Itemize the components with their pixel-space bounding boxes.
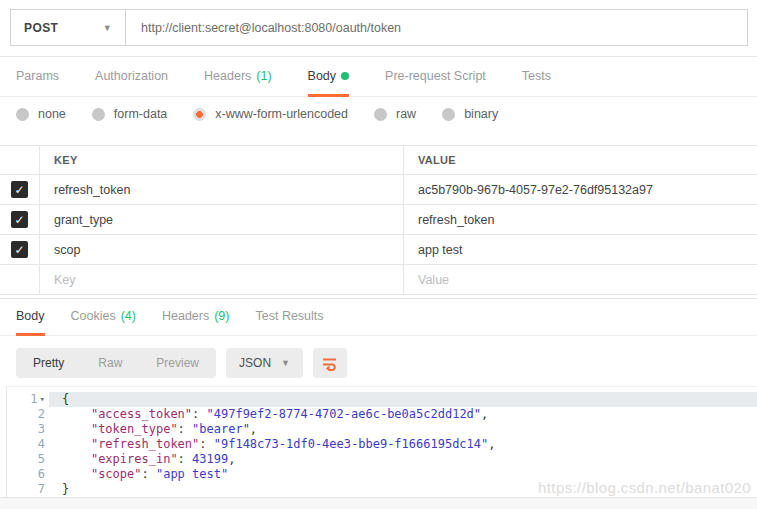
line-number: 6 (7, 467, 49, 482)
key-field-placeholder[interactable]: Key (40, 265, 404, 294)
key-field[interactable]: scop (40, 235, 404, 264)
cookies-count-badge: (4) (121, 309, 136, 323)
radio-icon[interactable] (442, 108, 455, 121)
body-active-dot-icon (341, 72, 349, 80)
code-text: "token_type": "bearer", (49, 422, 757, 437)
header-key-cell: KEY (40, 146, 404, 174)
tab-body-label: Body (308, 69, 337, 83)
code-text: { (49, 392, 757, 407)
resp-headers-count-badge: (9) (214, 309, 229, 323)
wrap-lines-icon (321, 355, 338, 372)
table-row-placeholder: Key Value (0, 265, 757, 295)
mode-form-data[interactable]: form-data (92, 107, 168, 121)
method-label: POST (24, 21, 58, 35)
radio-icon[interactable] (374, 108, 387, 121)
tab-authorization[interactable]: Authorization (95, 57, 168, 97)
value-field[interactable]: app test (404, 235, 757, 264)
table-row: refresh_token ac5b790b-967b-4057-97e2-76… (0, 175, 757, 205)
mode-binary-label: binary (464, 107, 498, 121)
code-line: 4 "refresh_token": "9f148c73-1df0-4ee3-b… (7, 437, 757, 452)
tab-headers[interactable]: Headers (1) (204, 57, 272, 97)
resp-tab-body[interactable]: Body (16, 299, 45, 336)
method-select[interactable]: POST ▼ (10, 9, 126, 46)
line-number: 7 (7, 482, 49, 497)
view-pretty-button[interactable]: Pretty (16, 348, 81, 378)
footer-strip (0, 497, 757, 509)
key-field[interactable]: refresh_token (40, 175, 404, 204)
mode-raw[interactable]: raw (374, 107, 416, 121)
tab-pre-request-script-label: Pre-request Script (385, 69, 486, 83)
code-text: "refresh_token": "9f148c73-1df0-4ee3-bbe… (49, 437, 757, 452)
line-number: 4 (7, 437, 49, 452)
value-field-placeholder[interactable]: Value (404, 265, 757, 294)
code-line: 1▾{ (7, 392, 757, 407)
resp-tab-headers-label: Headers (162, 309, 209, 323)
language-select[interactable]: JSON ▼ (226, 348, 303, 378)
url-text: http://client:secret@localhost:8080/oaut… (141, 21, 401, 35)
line-number: 2 (7, 407, 49, 422)
watermark-text: https://blog.csdn.net/banat020 (538, 479, 751, 496)
chevron-down-icon: ▼ (281, 358, 290, 368)
resp-tab-cookies-label: Cookies (71, 309, 116, 323)
code-line: 2 "access_token": "497f9ef2-8774-4702-ae… (7, 407, 757, 422)
tab-headers-label: Headers (204, 69, 251, 83)
radio-selected-icon[interactable] (193, 108, 206, 121)
resp-tab-test-results[interactable]: Test Results (255, 299, 323, 336)
resp-tab-body-label: Body (16, 309, 45, 323)
chevron-down-icon: ▼ (103, 23, 112, 33)
header-check-cell (0, 146, 40, 174)
header-value-cell: VALUE (404, 146, 757, 174)
line-number: 5 (7, 452, 49, 467)
mode-binary[interactable]: binary (442, 107, 498, 121)
radio-icon[interactable] (92, 108, 105, 121)
tab-params-label: Params (16, 69, 59, 83)
code-line: 3 "token_type": "bearer", (7, 422, 757, 437)
view-raw-button[interactable]: Raw (81, 348, 139, 378)
mode-urlencoded-label: x-www-form-urlencoded (215, 107, 348, 121)
language-label: JSON (239, 356, 271, 370)
tab-body[interactable]: Body (308, 57, 350, 97)
tab-params[interactable]: Params (16, 57, 59, 97)
code-text: "expires_in": 43199, (49, 452, 757, 467)
view-preview-button[interactable]: Preview (139, 348, 216, 378)
row-checkbox-checked[interactable] (11, 211, 28, 228)
view-segmented-control: Pretty Raw Preview (16, 348, 216, 378)
table-row: scop app test (0, 235, 757, 265)
code-text: "access_token": "497f9ef2-8774-4702-ae6c… (49, 407, 757, 422)
resp-tab-headers[interactable]: Headers (9) (162, 299, 230, 336)
request-tabs: Params Authorization Headers (1) Body Pr… (0, 57, 757, 97)
wrap-lines-button[interactable] (313, 348, 347, 378)
body-mode-selector: none form-data x-www-form-urlencoded raw… (0, 97, 757, 133)
mode-form-data-label: form-data (114, 107, 168, 121)
line-number: 3 (7, 422, 49, 437)
tab-pre-request-script[interactable]: Pre-request Script (385, 57, 486, 97)
resp-tab-cookies[interactable]: Cookies (4) (71, 299, 136, 336)
row-checkbox-checked[interactable] (11, 181, 28, 198)
line-number: 1▾ (7, 392, 49, 407)
key-field[interactable]: grant_type (40, 205, 404, 234)
table-row: grant_type refresh_token (0, 205, 757, 235)
fold-caret-icon[interactable]: ▾ (40, 392, 45, 407)
mode-none[interactable]: none (16, 107, 66, 121)
code-line: 5 "expires_in": 43199, (7, 452, 757, 467)
mode-x-www-form-urlencoded[interactable]: x-www-form-urlencoded (193, 107, 348, 121)
tab-authorization-label: Authorization (95, 69, 168, 83)
radio-icon[interactable] (16, 108, 29, 121)
urlencoded-kv-table: KEY VALUE refresh_token ac5b790b-967b-40… (0, 145, 757, 295)
response-toolbar: Pretty Raw Preview JSON ▼ (0, 336, 757, 386)
mode-raw-label: raw (396, 107, 416, 121)
table-header-row: KEY VALUE (0, 146, 757, 175)
tab-tests-label: Tests (522, 69, 551, 83)
request-url-bar: POST ▼ http://client:secret@localhost:80… (0, 0, 757, 46)
resp-tab-test-results-label: Test Results (255, 309, 323, 323)
row-checkbox-checked[interactable] (11, 241, 28, 258)
mode-none-label: none (38, 107, 66, 121)
value-field[interactable]: ac5b790b-967b-4057-97e2-76df95132a97 (404, 175, 757, 204)
value-field[interactable]: refresh_token (404, 205, 757, 234)
url-input[interactable]: http://client:secret@localhost:8080/oaut… (126, 9, 748, 46)
response-tabs: Body Cookies (4) Headers (9) Test Result… (0, 299, 757, 336)
tab-tests[interactable]: Tests (522, 57, 551, 97)
headers-count-badge: (1) (256, 69, 271, 83)
